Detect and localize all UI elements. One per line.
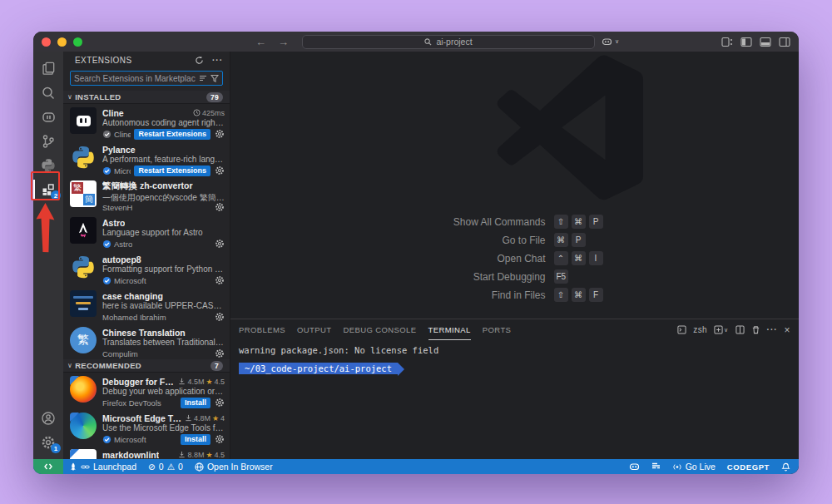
new-terminal-button[interactable]: ∨ <box>714 325 729 334</box>
close-window-button[interactable] <box>42 37 51 47</box>
install-button[interactable]: Install <box>181 434 210 445</box>
panel-tab-output[interactable]: OUTPUT <box>297 319 331 340</box>
shortcut-label: Start Debugging <box>403 271 554 283</box>
customize-layout-icon[interactable] <box>721 37 733 47</box>
extension-publisher: Compulim <box>102 349 138 358</box>
terminal-output[interactable]: warning package.json: No license field ~… <box>230 340 799 459</box>
toggle-secondary-sidebar-icon[interactable] <box>779 37 790 47</box>
extension-description: Translates between Traditional and Si... <box>102 338 225 348</box>
panel-tab-terminal[interactable]: TERMINAL <box>428 319 471 340</box>
globe-icon <box>195 462 204 472</box>
manage-gear-icon[interactable] <box>215 166 225 175</box>
extension-info: PylanceA performant, feature-rich langua… <box>102 144 225 176</box>
extension-list-item[interactable]: Cline425msAutonomous coding agent right … <box>63 103 230 140</box>
editor-area: Show All Commands⇧⌘PGo to File⌘POpen Cha… <box>230 52 799 319</box>
extension-publisher: Cline <box>102 130 131 139</box>
section-label: INSTALLED <box>75 92 121 101</box>
extension-icon-wrap <box>70 376 97 403</box>
restart-extensions-button[interactable]: Restart Extensions <box>134 166 210 176</box>
sidebar-item-explorer[interactable] <box>33 57 63 81</box>
history-back-icon[interactable]: ← <box>255 36 266 48</box>
panel-tab-ports[interactable]: PORTS <box>483 319 512 340</box>
extension-description: Language support for Astro <box>102 228 225 238</box>
extensions-search-input[interactable] <box>74 74 196 83</box>
close-panel-icon[interactable]: × <box>785 324 790 336</box>
extension-list-item[interactable]: Debugger for Firefox4.5M★4.5Debug your w… <box>63 372 230 408</box>
extension-description: here is available UPPER-CASE , lower-... <box>102 301 225 311</box>
formatter-status-item[interactable] <box>646 459 666 474</box>
chevron-down-icon: ∨ <box>67 93 72 101</box>
case-changing-extension-icon <box>70 290 97 317</box>
sidebar-item-search[interactable] <box>33 81 63 105</box>
refresh-icon[interactable] <box>195 56 204 65</box>
sidebar-item-settings[interactable]: 1 <box>33 430 63 454</box>
toggle-primary-sidebar-icon[interactable] <box>740 37 752 47</box>
zoom-window-button[interactable] <box>73 37 82 47</box>
error-count: 0 <box>159 462 164 472</box>
filter-icon[interactable] <box>210 74 219 82</box>
manage-gear-icon[interactable] <box>215 312 225 322</box>
command-center-search[interactable]: ai-project <box>302 35 595 49</box>
sidebar-item-source-control[interactable] <box>33 129 63 153</box>
warning-icon: ⚠ <box>167 462 175 472</box>
minimize-window-button[interactable] <box>57 37 67 47</box>
panel-more-icon[interactable]: ··· <box>767 325 778 334</box>
extension-list-item[interactable]: autopep8Formatting support for Python fi… <box>63 250 230 286</box>
extension-meta: 4.8M★4 <box>181 414 225 422</box>
extension-description: A performant, feature-rich language s... <box>102 155 225 165</box>
rating-star-icon: ★ <box>212 414 219 422</box>
manage-gear-icon[interactable] <box>215 202 225 212</box>
sidebar-item-cline[interactable] <box>33 105 63 129</box>
restart-extensions-button[interactable]: Restart Extensions <box>134 129 210 140</box>
settings-badge: 1 <box>51 443 61 453</box>
section-header-installed[interactable]: ∨ INSTALLED 79 <box>63 91 230 103</box>
copilot-status-item[interactable] <box>623 459 646 474</box>
manage-gear-icon[interactable] <box>215 348 225 358</box>
open-in-browser-status-item[interactable]: Open In Browser <box>189 459 279 474</box>
install-button[interactable]: Install <box>181 398 210 408</box>
manage-gear-icon[interactable] <box>215 275 225 285</box>
more-actions-icon[interactable]: ··· <box>212 56 223 65</box>
panel-tab-debug-console[interactable]: DEBUG CONSOLE <box>343 319 416 340</box>
problems-status-item[interactable]: ⊘ 0 ⚠ 0 <box>142 459 189 474</box>
extension-publisher: Microsoft <box>102 166 131 175</box>
sort-icon[interactable] <box>199 74 207 82</box>
copilot-menu[interactable]: ∨ <box>602 37 619 47</box>
recommended-ribbon <box>70 413 79 422</box>
extension-list-item[interactable]: 繁Chinese TranslationTranslates between T… <box>63 323 230 359</box>
launchpad-status-item[interactable]: Launchpad <box>63 459 142 474</box>
watermark-shortcuts: Show All Commands⇧⌘PGo to File⌘POpen Cha… <box>403 215 627 302</box>
extension-info: case changinghere is available UPPER-CAS… <box>102 290 225 323</box>
launchpad-label: Launchpad <box>93 462 136 472</box>
extension-description: Use the Microsoft Edge Tools from wit... <box>102 423 225 433</box>
panel-tab-problems[interactable]: PROBLEMS <box>239 319 285 340</box>
extension-list-item[interactable]: case changinghere is available UPPER-CAS… <box>63 286 230 323</box>
manage-gear-icon[interactable] <box>215 398 225 408</box>
toggle-panel-icon[interactable] <box>760 37 771 47</box>
extension-list-item[interactable]: M↓markdownlint8.8M★4.5Markdown linting a… <box>63 445 230 459</box>
extension-list-item[interactable]: 繁簡繁簡轉換 zh-convertor一個使用opencc的vscode 繁簡轉… <box>63 176 230 213</box>
downloads-icon <box>178 378 186 385</box>
remote-indicator[interactable] <box>33 459 63 474</box>
codegpt-status-item[interactable]: CODEGPT <box>721 459 775 474</box>
manage-gear-icon[interactable] <box>215 239 225 249</box>
go-live-status-item[interactable]: Go Live <box>666 459 721 474</box>
extension-list-item[interactable]: PylanceA performant, feature-rich langua… <box>63 140 230 176</box>
manage-gear-icon[interactable] <box>215 129 225 139</box>
section-header-recommended[interactable]: ∨ RECOMMENDED 7 <box>63 359 230 372</box>
extension-icon-wrap <box>70 290 97 317</box>
extension-list-item[interactable]: AstroLanguage support for AstroAstro <box>63 213 230 250</box>
extension-info: AstroLanguage support for AstroAstro <box>102 217 225 250</box>
extension-publisher: Astro <box>102 240 132 249</box>
split-terminal-icon[interactable] <box>735 325 745 334</box>
search-icon <box>424 38 432 46</box>
kill-terminal-icon[interactable] <box>751 325 760 334</box>
notifications-status-item[interactable] <box>775 459 799 474</box>
key-chip: ⇧ <box>554 215 568 229</box>
history-forward-icon[interactable]: → <box>278 36 289 48</box>
shortcut-label: Find in Files <box>403 289 554 301</box>
manage-gear-icon[interactable] <box>215 434 225 444</box>
extension-icon-wrap <box>70 144 97 170</box>
sidebar-item-accounts[interactable] <box>33 406 63 430</box>
extension-list-item[interactable]: Microsoft Edge Tools fo...4.8M★4Use the … <box>63 408 230 445</box>
